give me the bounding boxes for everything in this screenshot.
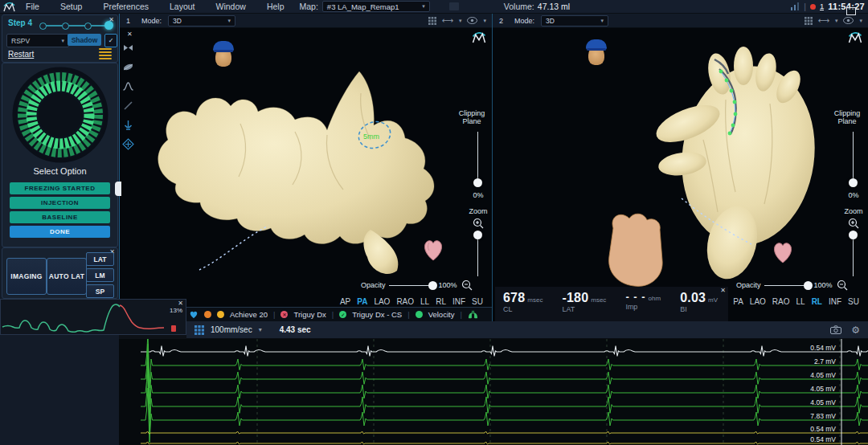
orientation-rao[interactable]: RAO — [772, 297, 790, 306]
menu-file[interactable]: File — [15, 2, 50, 11]
orientation-inf[interactable]: INF — [452, 297, 465, 306]
restart-link[interactable]: Restart — [8, 50, 34, 59]
orientation-ll[interactable]: LL — [420, 297, 429, 306]
opacity-knob[interactable] — [428, 281, 437, 290]
auto-lat-button[interactable]: AUTO LAT — [47, 258, 87, 295]
orientation-su[interactable]: SU — [472, 297, 483, 306]
zoom-out-icon[interactable] — [837, 280, 848, 291]
chevron-down-icon[interactable]: ▾ — [835, 18, 838, 24]
view-tool-column — [122, 42, 134, 150]
menu-setup[interactable]: Setup — [50, 2, 92, 11]
sp-button[interactable]: SP — [86, 284, 114, 298]
orientation-su[interactable]: SU — [848, 297, 859, 306]
catheter-triguy-dx-cs-label[interactable]: Triguy Dx - CS — [352, 310, 402, 319]
close-icon[interactable]: ✕ — [720, 288, 726, 294]
close-icon[interactable]: ✕ — [108, 17, 114, 23]
visibility-eye-icon[interactable] — [467, 17, 477, 24]
vein-select[interactable]: RSPV ▾ — [6, 34, 69, 47]
clipping-slider[interactable] — [477, 132, 478, 182]
orientation-ap[interactable]: AP — [340, 297, 350, 306]
lm-button[interactable]: LM — [86, 268, 114, 282]
zoom-out-icon[interactable] — [461, 280, 473, 291]
orientation-ll[interactable]: LL — [796, 297, 805, 306]
orientation-pa[interactable]: PA — [357, 297, 367, 306]
connected-check-icon: ✓ — [339, 311, 346, 318]
orientation-pa[interactable]: PA — [733, 297, 743, 306]
chevron-down-icon: ▾ — [422, 3, 425, 10]
sweep-speed-select[interactable]: 100mm/sec ▾ — [211, 325, 262, 334]
mode-select[interactable]: 3D ▾ — [168, 15, 235, 27]
injection-button[interactable]: INJECTION — [10, 197, 110, 209]
done-button[interactable]: DONE — [10, 226, 110, 238]
lat-button[interactable]: LAT — [86, 252, 114, 266]
baseline-button[interactable]: BASELINE — [10, 211, 110, 223]
close-icon[interactable]: ✕ — [178, 300, 183, 307]
orientation-rao[interactable]: RAO — [396, 297, 414, 306]
orientation-inf[interactable]: INF — [829, 297, 841, 306]
panel-drag-handle[interactable] — [115, 182, 121, 196]
orientation-lao[interactable]: LAO — [750, 297, 766, 306]
clipping-plane-label: Clipping Plane — [453, 109, 490, 125]
chevron-down-icon[interactable]: ▾ — [859, 18, 862, 24]
opacity-knob[interactable] — [804, 281, 813, 290]
step-dot-3[interactable] — [84, 22, 92, 30]
orientation-rl[interactable]: RL — [436, 297, 446, 306]
trace — [141, 388, 868, 443]
map-select[interactable]: #3 LA_Map_Remap1 ▾ — [322, 1, 430, 12]
heart-orientation-icon — [772, 240, 793, 264]
zoom-in-icon[interactable] — [473, 218, 484, 229]
shadow-button[interactable]: Shadow — [68, 34, 101, 46]
trace-grid-icon[interactable] — [194, 325, 204, 335]
zoom-slider-knob[interactable] — [473, 231, 482, 239]
step-dot-1[interactable] — [39, 22, 47, 30]
grid-icon[interactable] — [805, 17, 813, 25]
zoom-in-icon[interactable] — [848, 218, 859, 229]
gaussian-curve-icon[interactable] — [122, 80, 134, 92]
menu-help[interactable]: Help — [256, 2, 295, 11]
3d-view-canvas-1[interactable]: ✕ — [120, 27, 493, 322]
bowtie-clip-icon[interactable] — [122, 42, 134, 54]
separator: | — [460, 310, 461, 319]
mode-select[interactable]: 3D ▾ — [541, 15, 608, 27]
catheter-triguy-dx-label[interactable]: Triguy Dx — [293, 310, 326, 319]
step-dot-2[interactable] — [62, 22, 69, 30]
snapshot-camera-icon[interactable] — [830, 325, 841, 334]
menu-layout[interactable]: Layout — [159, 2, 206, 11]
grid-icon[interactable] — [428, 17, 436, 25]
miniplot-curve — [1, 300, 184, 333]
menu-preferences[interactable]: Preferences — [92, 2, 159, 11]
chevron-down-icon[interactable]: ▾ — [483, 18, 486, 24]
chevron-down-icon[interactable]: ▾ — [459, 18, 462, 24]
catheter-achieve-label[interactable]: Achieve 20 — [230, 310, 268, 319]
menu-window[interactable]: Window — [206, 2, 256, 11]
clip-plane-icon[interactable] — [122, 61, 134, 73]
map-action-icon[interactable] — [449, 2, 459, 10]
gauge-caption: Select Option — [2, 166, 117, 176]
viewport-number: 1 — [126, 17, 130, 25]
catheter-status-bar: Achieve 20 | ✕ Triguy Dx | ✓ Triguy Dx -… — [182, 307, 493, 322]
catheter-velocity-label[interactable]: Velocity — [428, 310, 455, 319]
zoom-label: Zoom — [462, 207, 493, 215]
clipping-slider-knob[interactable] — [849, 178, 858, 187]
freezing-started-button[interactable]: FREEZING STARTED — [10, 182, 110, 194]
imaging-button[interactable]: IMAGING — [6, 258, 47, 295]
orientation-rl[interactable]: RL — [812, 297, 822, 306]
settings-gear-icon[interactable]: ⚙ — [851, 325, 860, 336]
orientation-lao[interactable]: LAO — [374, 297, 390, 306]
clipping-slider[interactable] — [853, 132, 854, 182]
zoom-slider-knob[interactable] — [849, 231, 858, 239]
3d-view-canvas-2[interactable]: Clipping Plane 0% Zoom Opacity 100% APPA… — [493, 27, 868, 322]
window-icon[interactable] — [846, 7, 856, 15]
sweep-speed-value: 100mm/sec — [211, 325, 252, 334]
link-views-icon[interactable]: ⟷ — [818, 16, 829, 25]
left-atrium-mesh: 5mm — [120, 27, 493, 322]
trace — [141, 431, 868, 434]
hamburger-icon[interactable] — [99, 48, 112, 61]
visibility-eye-icon[interactable] — [843, 17, 854, 24]
anchor-icon[interactable] — [122, 119, 134, 131]
compass-target-icon[interactable] — [122, 138, 134, 150]
clipping-slider-knob[interactable] — [473, 178, 482, 187]
shadow-checkbox[interactable]: ✓ — [104, 34, 117, 47]
needle-icon[interactable] — [122, 100, 134, 112]
link-views-icon[interactable]: ⟷ — [442, 16, 453, 25]
